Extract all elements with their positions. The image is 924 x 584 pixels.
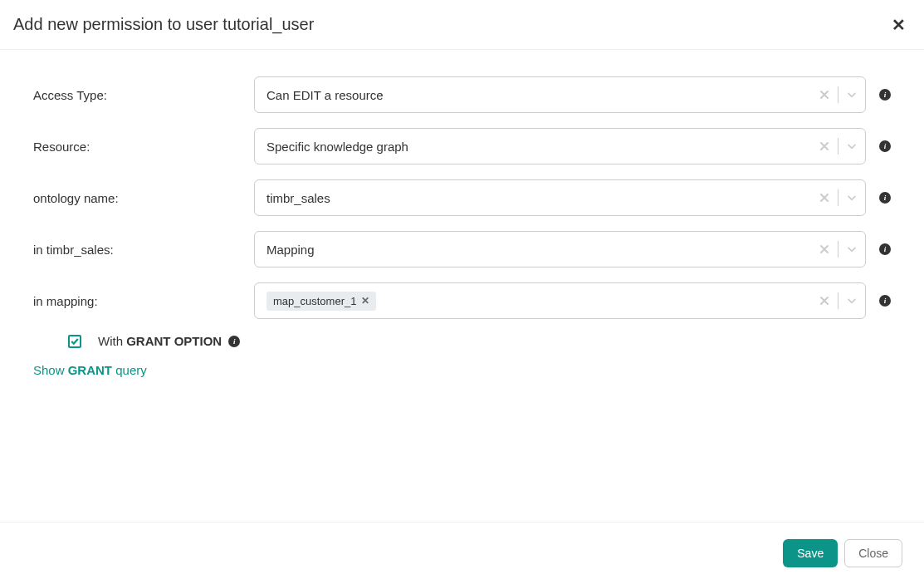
select-in-ontology[interactable]: Mapping [254,231,866,267]
tag-label: map_customer_1 [273,295,356,307]
modal-body: Access Type: Can EDIT a resource i Resou… [0,50,924,522]
select-value: timbr_sales [266,191,818,205]
select-value: Mapping [266,243,818,257]
grant-prefix: With [98,334,126,348]
select-value: Specific knowledge graph [266,140,818,154]
clear-icon[interactable] [818,140,831,153]
info-icon[interactable]: i [879,140,891,152]
clear-icon[interactable] [818,191,831,204]
mapping-tag: map_customer_1 ✕ [266,292,376,311]
info-icon[interactable]: i [879,295,891,307]
clear-icon[interactable] [818,88,831,101]
row-access-type: Access Type: Can EDIT a resource i [33,76,891,113]
row-in-ontology: in timbr_sales: Mapping i [33,231,891,267]
chevron-down-icon[interactable] [845,243,858,256]
select-controls [818,189,858,206]
separator [838,189,838,206]
modal-header: Add new permission to user tutorial_user… [0,0,924,50]
row-ontology-name: ontology name: timbr_sales i [33,179,891,216]
select-access-type[interactable]: Can EDIT a resource [254,76,866,113]
label-resource: Resource: [33,140,241,154]
close-button[interactable]: Close [844,539,902,567]
select-controls [818,292,858,309]
info-icon[interactable]: i [879,243,891,255]
tag-remove-icon[interactable]: ✕ [361,295,369,307]
chevron-down-icon[interactable] [845,191,858,204]
clear-icon[interactable] [818,294,831,307]
grant-bold: GRANT OPTION [126,334,222,348]
info-icon[interactable]: i [879,192,891,204]
label-in-ontology: in timbr_sales: [33,243,241,257]
show-query-suffix: query [112,363,147,377]
modal-footer: Save Close [0,522,924,584]
label-in-mapping: in mapping: [33,294,241,308]
tags-area: map_customer_1 ✕ [266,292,818,311]
chevron-down-icon[interactable] [845,294,858,307]
label-ontology-name: ontology name: [33,191,241,205]
separator [838,292,838,309]
select-value: Can EDIT a resource [266,88,818,102]
separator [838,241,838,258]
separator [838,86,838,103]
modal-title: Add new permission to user tutorial_user [13,15,314,34]
select-controls [818,241,858,258]
select-in-mapping[interactable]: map_customer_1 ✕ [254,282,866,319]
clear-icon[interactable] [818,243,831,256]
grant-option-checkbox[interactable] [68,335,81,348]
permission-modal: Add new permission to user tutorial_user… [0,0,924,584]
separator [838,138,838,155]
show-query-prefix: Show [33,363,68,377]
select-resource[interactable]: Specific knowledge graph [254,128,866,164]
label-access-type: Access Type: [33,88,241,102]
row-resource: Resource: Specific knowledge graph i [33,128,891,164]
grant-option-row: With GRANT OPTION i [33,334,891,348]
close-icon[interactable]: ✕ [892,17,906,33]
select-controls [818,138,858,155]
show-query-bold: GRANT [68,363,112,377]
row-in-mapping: in mapping: map_customer_1 ✕ [33,282,891,319]
grant-option-label: With GRANT OPTION i [98,334,240,348]
info-icon[interactable]: i [228,336,240,347]
chevron-down-icon[interactable] [845,140,858,153]
select-ontology-name[interactable]: timbr_sales [254,179,866,216]
info-icon[interactable]: i [879,89,891,101]
chevron-down-icon[interactable] [845,88,858,101]
select-controls [818,86,858,103]
save-button[interactable]: Save [783,539,838,567]
show-grant-query-link[interactable]: Show GRANT query [33,363,891,377]
